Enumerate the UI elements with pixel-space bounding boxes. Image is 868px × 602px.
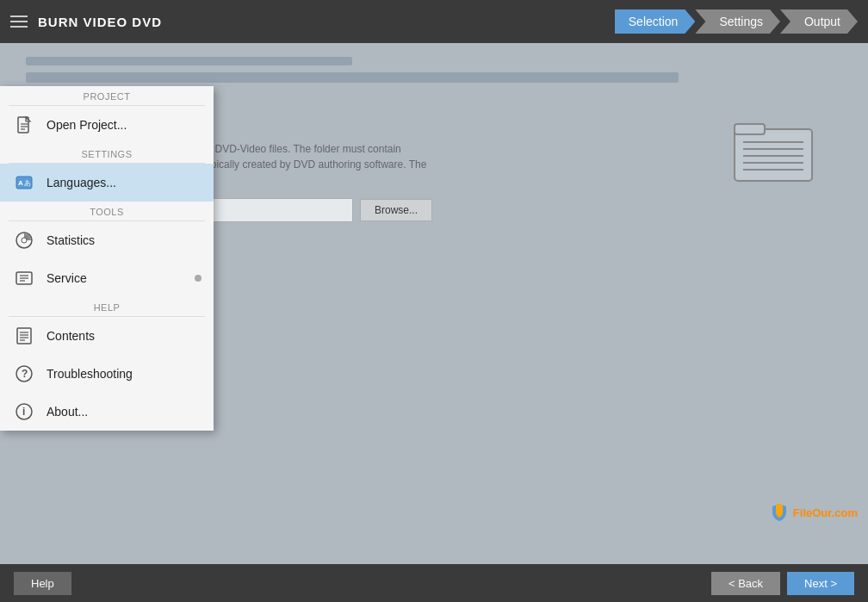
svg-point-15 — [22, 238, 27, 243]
service-icon — [14, 268, 34, 289]
watermark: FileOur.com — [769, 502, 858, 523]
menu-item-contents[interactable]: Contents — [0, 317, 214, 355]
menu-item-languages[interactable]: A あ Languages... — [0, 164, 214, 202]
menu-item-about[interactable]: i About... — [0, 393, 214, 431]
title-bar: BURN VIDEO DVD Selection Settings Output — [0, 0, 868, 43]
about-label: About... — [46, 405, 88, 419]
main-area: Please select the folder that contains t… — [0, 43, 868, 564]
menu-section-project: PROJECT — [0, 86, 214, 105]
menu-section-help: HELP — [0, 297, 214, 316]
document-icon — [14, 115, 34, 135]
step-selection[interactable]: Selection — [615, 9, 696, 34]
steps-container: Selection Settings Output — [615, 9, 858, 34]
step-output[interactable]: Output — [780, 9, 858, 34]
svg-text:A: A — [18, 179, 23, 187]
troubleshooting-icon: ? — [14, 363, 34, 384]
shield-icon — [769, 502, 790, 523]
nav-buttons: < Back Next > — [711, 572, 854, 595]
watermark-text: FileOur.com — [793, 506, 858, 519]
contents-label: Contents — [46, 329, 95, 343]
troubleshooting-label: Troubleshooting — [46, 367, 133, 381]
svg-text:あ: あ — [24, 179, 31, 187]
menu-item-statistics[interactable]: Statistics — [0, 221, 214, 259]
browse-button[interactable]: Browse... — [360, 199, 432, 221]
svg-rect-20 — [17, 328, 31, 344]
bottom-bar: Help < Back Next > — [0, 564, 868, 602]
svg-rect-1 — [735, 124, 765, 134]
app-title: BURN VIDEO DVD — [38, 15, 604, 29]
statistics-icon — [14, 230, 34, 251]
contents-icon — [14, 326, 34, 346]
statistics-label: Statistics — [46, 233, 95, 247]
menu-item-service[interactable]: Service — [0, 259, 214, 297]
about-icon: i — [14, 401, 34, 422]
menu-section-settings: SETTINGS — [0, 144, 214, 163]
languages-icon: A あ — [14, 172, 34, 193]
svg-text:?: ? — [22, 368, 28, 380]
hamburger-menu-icon[interactable] — [10, 16, 28, 28]
service-dot — [195, 275, 202, 282]
dropdown-menu: PROJECT Open Project... SETTINGS A — [0, 86, 214, 431]
languages-label: Languages... — [46, 176, 116, 189]
menu-item-open-project[interactable]: Open Project... — [0, 106, 214, 144]
dvd-folder-icon — [730, 112, 816, 193]
next-button[interactable]: Next > — [787, 572, 854, 595]
back-button[interactable]: < Back — [711, 572, 780, 595]
menu-section-tools: TOOLS — [0, 202, 214, 220]
menu-item-troubleshooting[interactable]: ? Troubleshooting — [0, 355, 214, 393]
svg-text:i: i — [22, 406, 25, 418]
service-label: Service — [46, 271, 87, 285]
help-button[interactable]: Help — [14, 572, 71, 595]
open-project-label: Open Project... — [46, 118, 127, 132]
step-settings[interactable]: Settings — [695, 9, 780, 34]
